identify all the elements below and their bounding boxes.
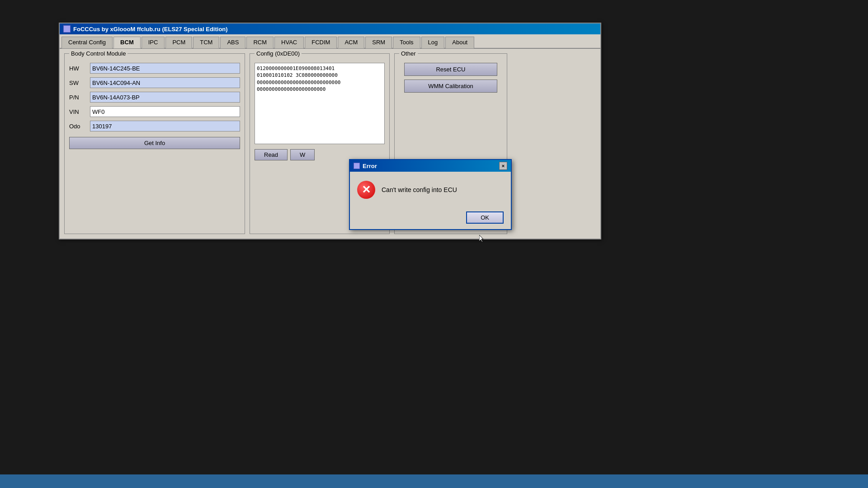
app-icon (63, 25, 71, 33)
sw-input[interactable] (90, 77, 240, 88)
tab-central-config[interactable]: Central Config (61, 37, 113, 48)
reset-ecu-button[interactable]: Reset ECU (404, 63, 497, 76)
tab-srm[interactable]: SRM (365, 37, 392, 48)
tab-fcdim[interactable]: FCDIM (305, 37, 337, 48)
tab-tools[interactable]: Tools (393, 37, 420, 48)
main-window: FoCCCus by xGloooM ffclub.ru (ELS27 Spec… (59, 23, 601, 239)
dialog-message: Can't write config into ECU (382, 186, 457, 193)
sw-field-row: SW (69, 77, 240, 88)
tab-abs[interactable]: ABS (220, 37, 245, 48)
odo-label: Odo (69, 123, 87, 130)
dialog-title: Error (363, 163, 377, 169)
bcm-group-title: Body Control Module (69, 50, 127, 57)
odo-input[interactable] (90, 121, 240, 131)
tab-hvac[interactable]: HVAC (274, 37, 304, 48)
dialog-title-left: Error (354, 163, 377, 169)
get-info-button[interactable]: Get Info (69, 137, 240, 149)
dialog-footer: OK (350, 208, 511, 229)
tab-acm[interactable]: ACM (338, 37, 364, 48)
config-textarea[interactable]: 0120000000001E090008013401 010001010102 … (255, 63, 385, 144)
bcm-group: Body Control Module HW SW P/N VIN Odo (64, 53, 245, 234)
tab-about[interactable]: About (445, 37, 474, 48)
hw-label: HW (69, 65, 87, 72)
vin-field-row: VIN (69, 106, 240, 117)
ok-button[interactable]: OK (466, 211, 504, 224)
tab-ipc[interactable]: IPC (142, 37, 165, 48)
dialog-body: ✕ Can't write config into ECU (350, 172, 511, 208)
pn-label: P/N (69, 94, 87, 101)
wmm-calibration-button[interactable]: WMM Calibration (404, 80, 497, 93)
read-button[interactable]: Read (255, 149, 288, 160)
dialog-app-icon (354, 163, 360, 169)
vin-label: VIN (69, 108, 87, 115)
config-group-title: Config (0xDE00) (255, 50, 302, 57)
taskbar (0, 474, 868, 488)
tab-rcm[interactable]: RCM (246, 37, 274, 48)
sw-label: SW (69, 80, 87, 86)
dialog-close-button[interactable]: × (499, 162, 507, 170)
odo-field-row: Odo (69, 121, 240, 131)
window-title: FoCCCus by xGloooM ffclub.ru (ELS27 Spec… (73, 26, 228, 33)
tab-tcm[interactable]: TCM (193, 37, 219, 48)
vin-input[interactable] (90, 106, 240, 117)
tab-log[interactable]: Log (421, 37, 445, 48)
other-group-title: Other (399, 50, 418, 57)
title-bar: FoCCCus by xGloooM ffclub.ru (ELS27 Spec… (60, 23, 600, 34)
tab-bcm[interactable]: BCM (113, 37, 141, 48)
error-icon: ✕ (357, 181, 375, 199)
pn-input[interactable] (90, 92, 240, 103)
hw-field-row: HW (69, 63, 240, 74)
main-content: Body Control Module HW SW P/N VIN Odo (60, 49, 600, 239)
write-button[interactable]: W (290, 149, 315, 160)
tab-bar: Central Config BCM IPC PCM TCM ABS RCM H… (60, 34, 600, 49)
dialog-title-bar: Error × (350, 160, 511, 172)
error-dialog: Error × ✕ Can't write config into ECU OK (349, 159, 512, 230)
hw-input[interactable] (90, 63, 240, 74)
tab-pcm[interactable]: PCM (165, 37, 192, 48)
pn-field-row: P/N (69, 92, 240, 103)
